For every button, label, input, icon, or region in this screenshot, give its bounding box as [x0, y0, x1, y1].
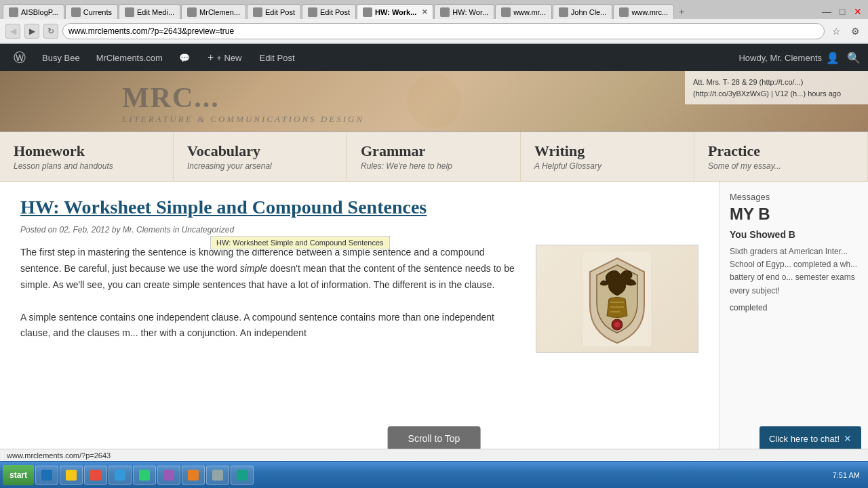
forward-button[interactable]: ▶	[24, 24, 39, 39]
site-nav: Homework Lesson plans and handouts Vocab…	[0, 132, 868, 182]
howdy-menu[interactable]: Howdy, Mr. Clements 👤	[732, 52, 846, 64]
tab-close-icon[interactable]: ✕	[422, 8, 427, 16]
taskbar-tools[interactable]	[206, 466, 229, 485]
wp-logo-button[interactable]: Ⓦ	[7, 44, 33, 71]
taskbar-clock: 7:51 AM	[827, 471, 865, 479]
header-message: Att. Mrs. T- 28 & 29 (http://t.co/...) (…	[685, 71, 868, 104]
wp-logo-icon: Ⓦ	[14, 49, 26, 66]
scroll-to-top-button[interactable]: Scroll to Top	[388, 426, 481, 451]
taskbar: start 7:51 AM	[0, 461, 868, 488]
post-image-svg	[583, 251, 651, 346]
taskbar-globe-icon	[237, 470, 248, 481]
post-image	[536, 245, 698, 353]
wp-admin-bar: Ⓦ Busy Bee MrClements.com 💬 + + New Edit…	[0, 44, 868, 71]
taskbar-folder-icon	[66, 470, 77, 481]
tab-favicon-editpost2	[308, 7, 317, 17]
taskbar-docs[interactable]	[108, 466, 132, 485]
comments-button[interactable]: 💬	[172, 44, 197, 71]
taskbar-media-icon	[163, 470, 174, 481]
new-post-button[interactable]: + + New	[199, 44, 250, 71]
new-tab-button[interactable]: +	[675, 4, 688, 19]
sidebar-messages-label: Messages	[730, 192, 858, 202]
tab-currents[interactable]: Currents	[65, 4, 118, 19]
sidebar-you-showed: You Showed B	[730, 229, 858, 240]
site-subtitle: Literature & Communications Design	[122, 114, 868, 125]
tab-favicon-mrcl	[187, 7, 197, 17]
bookmark-icon[interactable]: ☆	[829, 24, 844, 39]
nav-grammar[interactable]: Grammar Rules: We're here to help	[347, 132, 521, 181]
taskbar-photos[interactable]	[84, 466, 107, 485]
completed-badge: completed	[730, 303, 858, 312]
taskbar-docs-icon	[115, 470, 125, 481]
tab-mrclements[interactable]: MrClemen...	[181, 4, 246, 19]
svg-point-5	[614, 322, 620, 327]
post-paragraph1: The first step in mastering the sentence…	[20, 245, 522, 293]
tab-www[interactable]: www.mr...	[495, 4, 552, 19]
taskbar-ie-icon	[41, 470, 52, 481]
post-meta: Posted on 02, Feb, 2012 by Mr. Clements …	[20, 225, 698, 235]
user-avatar-icon: 👤	[826, 52, 840, 64]
back-button[interactable]: ◀	[5, 24, 20, 39]
plus-icon: +	[208, 52, 214, 64]
taskbar-files-icon	[188, 470, 199, 481]
main-content: HW: Worksheet Simple and Compound Senten…	[0, 182, 719, 487]
taskbar-media[interactable]	[157, 466, 180, 485]
post-title[interactable]: HW: Worksheet Simple and Compound Senten…	[20, 195, 427, 220]
tab-favicon-hw2	[440, 7, 450, 17]
post-title-wrap: HW: Worksheet Simple and Compound Senten…	[20, 195, 427, 225]
tab-editmedia[interactable]: Edit Medi...	[119, 4, 180, 19]
tab-editpost[interactable]: Edit Post	[247, 4, 301, 19]
tab-favicon-ab	[9, 7, 18, 17]
taskbar-explorer[interactable]	[60, 466, 83, 485]
comments-icon: 💬	[179, 53, 190, 63]
post-text: The first step in mastering the sentence…	[20, 245, 522, 353]
taskbar-tools-icon	[212, 470, 223, 481]
close-button[interactable]: ✕	[850, 4, 865, 19]
browser-tabs: AISBlogP... Currents Edit Medi... MrClem…	[0, 0, 868, 19]
nav-practice[interactable]: Practice Some of my essay...	[694, 132, 868, 181]
taskbar-files[interactable]	[182, 466, 205, 485]
tab-favicon-editmedi	[125, 7, 134, 17]
admin-bar-right: Howdy, Mr. Clements 👤 🔍	[732, 50, 861, 65]
nav-homework[interactable]: Homework Lesson plans and handouts	[0, 132, 174, 181]
chat-close-icon[interactable]: ✕	[844, 433, 852, 444]
tab-favicon-john	[559, 7, 568, 17]
post-paragraph2: A simple sentence contains one independe…	[20, 310, 522, 342]
nav-writing[interactable]: Writing A Helpful Glossary	[521, 132, 694, 181]
tab-favicon-editpost	[253, 7, 262, 17]
maximize-button[interactable]: □	[835, 4, 850, 19]
tab-hw-active[interactable]: HW: Work... ✕	[357, 4, 433, 19]
post-image-wrap	[536, 245, 698, 353]
chat-button[interactable]: Click here to chat! ✕	[760, 426, 861, 451]
mrclements-menu[interactable]: MrClements.com	[90, 44, 170, 71]
tab-favicon-curr	[71, 7, 81, 17]
taskbar-ie[interactable]	[35, 466, 58, 485]
edit-post-button[interactable]: Edit Post	[252, 44, 301, 71]
status-bar: www.mrclements.com/?p=2643	[0, 449, 868, 461]
browser-nav: ◀ ▶ ↻ ☆ ⚙	[0, 19, 868, 43]
busy-bee-menu[interactable]: Busy Bee	[35, 44, 87, 71]
taskbar-globe[interactable]	[231, 466, 254, 485]
tab-ab[interactable]: AISBlogP...	[3, 4, 64, 19]
sidebar-text: Sixth graders at American Inter... Schoo…	[730, 245, 858, 298]
tab-john[interactable]: John Cle...	[553, 4, 613, 19]
tab-favicon-www	[501, 7, 511, 17]
address-bar[interactable]	[62, 23, 825, 39]
settings-icon[interactable]: ⚙	[848, 24, 863, 39]
sidebar-my-b-title: MY B	[730, 205, 858, 224]
search-button[interactable]: 🔍	[846, 50, 861, 65]
taskbar-chat[interactable]	[133, 466, 156, 485]
start-button[interactable]: start	[3, 465, 34, 485]
tab-favicon-www2	[619, 7, 629, 17]
nav-vocabulary[interactable]: Vocabulary Increasing your arsenal	[174, 132, 347, 181]
tab-editpost2[interactable]: Edit Post	[302, 4, 356, 19]
refresh-button[interactable]: ↻	[43, 24, 58, 39]
taskbar-chat-icon	[139, 470, 150, 481]
tab-www2[interactable]: www.mrc...	[613, 4, 674, 19]
site-header: MrC... Literature & Communications Desig…	[0, 71, 868, 132]
post-content-wrap: The first step in mastering the sentence…	[20, 245, 698, 353]
minimize-button[interactable]: —	[819, 4, 834, 19]
tab-favicon-hw	[363, 7, 372, 17]
taskbar-photos-icon	[90, 470, 101, 481]
tab-hw2[interactable]: HW: Wor...	[434, 4, 494, 19]
